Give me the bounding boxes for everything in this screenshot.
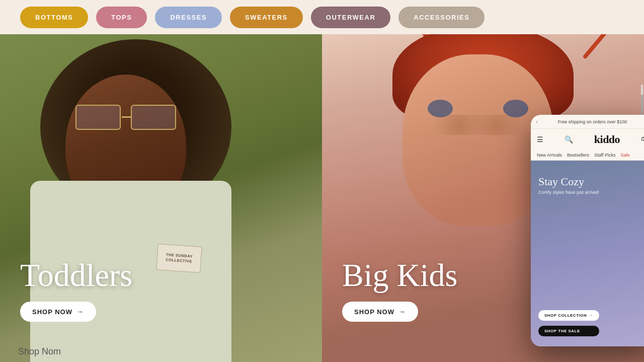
- phone-hero-subtitle: Comfy styles have just arrived: [538, 190, 599, 195]
- glasses-bridge: [122, 116, 131, 118]
- category-tops-button[interactable]: TOPS: [96, 7, 147, 28]
- freckles: [433, 115, 523, 135]
- shirt-tag: THE SUNDAY COLLECTIVE: [156, 244, 202, 273]
- phone-screen: ‹ Free shipping on orders over $100 › ☰ …: [531, 115, 644, 346]
- phone-hero-buttons: SHOP COLLECTION → SHOP THE SALE: [538, 306, 599, 336]
- toddlers-shop-label: SHOP NOW: [32, 308, 72, 316]
- phone-menu-bar: New Arrivals Bestsellers Staff Picks Sal…: [531, 150, 644, 161]
- child-nose: [118, 165, 133, 175]
- bigkids-shop-button[interactable]: SHOP NOW →: [342, 302, 418, 322]
- hero-section: THE SUNDAY COLLECTIVE Toddlers SHOP NOW …: [0, 34, 644, 362]
- shop-nom-label: Shop Nom: [18, 346, 61, 357]
- phone-hero-image: Stay Cozy Comfy styles have just arrived…: [531, 161, 644, 346]
- phone-hero-overlay-text: Stay Cozy Comfy styles have just arrived: [538, 176, 599, 195]
- phone-shop-collection-button[interactable]: SHOP COLLECTION →: [538, 310, 599, 321]
- phone-logo[interactable]: kiddo: [594, 133, 620, 146]
- bigkids-shop-arrow-icon: →: [398, 308, 406, 316]
- phone-shop-sale-button[interactable]: SHOP THE SALE: [538, 326, 599, 336]
- phone-banner-text: Free shipping on orders over $100: [558, 119, 627, 124]
- phone-menu-bestsellers[interactable]: Bestsellers: [565, 150, 591, 160]
- phone-search-icon[interactable]: 🔍: [565, 135, 573, 144]
- glasses-left-lens: [75, 105, 121, 130]
- category-bottoms-button[interactable]: BOTTOMS: [20, 7, 88, 28]
- phone-shop-collection-label: SHOP COLLECTION: [544, 313, 587, 318]
- phone-cart-icon[interactable]: 🛍: [641, 135, 644, 143]
- category-accessories-button[interactable]: ACCESSORIES: [398, 7, 485, 28]
- phone-menu-sale[interactable]: Sale: [618, 150, 631, 160]
- bigkids-shop-label: SHOP NOW: [354, 308, 394, 316]
- phone-menu-staff-picks[interactable]: Staff Picks: [592, 150, 617, 160]
- hero-bigkids-panel: Big Kids SHOP NOW → ‹ Free shipping on o…: [322, 34, 644, 362]
- toddlers-shop-arrow-icon: →: [76, 308, 84, 316]
- phone-hamburger-icon[interactable]: ☰: [537, 135, 543, 144]
- hair-strand-5: [583, 34, 621, 59]
- phone-nav: ☰ 🔍 kiddo 🛍: [531, 129, 644, 150]
- category-bar: BOTTOMS TOPS DRESSES SWEATERS OUTERWEAR …: [0, 0, 644, 34]
- phone-shop-collection-arrow: →: [589, 313, 593, 318]
- phone-banner-left-arrow[interactable]: ‹: [536, 118, 538, 125]
- category-outerwear-button[interactable]: OUTERWEAR: [311, 7, 390, 28]
- category-sweaters-button[interactable]: SWEATERS: [230, 7, 303, 28]
- toddlers-label: Toddlers SHOP NOW →: [20, 259, 132, 322]
- phone-shop-sale-label: SHOP THE SALE: [544, 329, 580, 333]
- bigkids-title: Big Kids: [342, 259, 457, 292]
- bigkids-label: Big Kids SHOP NOW →: [342, 259, 457, 322]
- shop-nom-text: Shop Nom: [18, 346, 61, 356]
- shirt-tag-line2: COLLECTIVE: [166, 257, 192, 264]
- glasses-right-lens: [131, 105, 176, 130]
- phone-mockup: ‹ Free shipping on orders over $100 › ☰ …: [531, 115, 644, 346]
- right-eye: [503, 100, 528, 117]
- hero-toddlers-panel: THE SUNDAY COLLECTIVE Toddlers SHOP NOW …: [0, 34, 322, 362]
- phone-banner: ‹ Free shipping on orders over $100 ›: [531, 115, 644, 129]
- toddlers-title: Toddlers: [20, 259, 132, 292]
- toddlers-shop-button[interactable]: SHOP NOW →: [20, 302, 96, 322]
- category-dresses-button[interactable]: DRESSES: [155, 7, 222, 28]
- phone-hero-title: Stay Cozy: [538, 176, 599, 188]
- left-eye: [428, 100, 453, 117]
- phone-menu-new-arrivals[interactable]: New Arrivals: [535, 150, 564, 160]
